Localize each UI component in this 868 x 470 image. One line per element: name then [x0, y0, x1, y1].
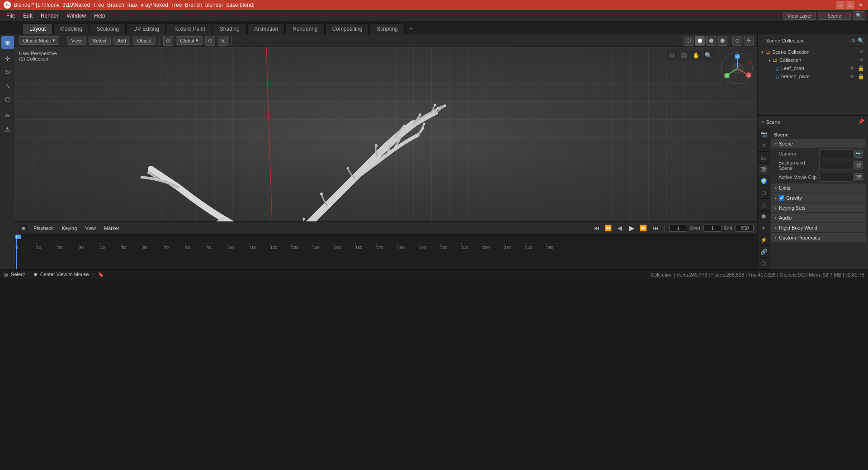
viewport-shading-wire[interactable]: ⬡	[684, 36, 693, 46]
collection-eye[interactable]: 👁	[859, 57, 864, 63]
tool-move[interactable]: ✛	[1, 52, 14, 65]
tab-rendering[interactable]: Rendering	[286, 24, 324, 34]
movie-clip-value[interactable]	[819, 173, 854, 182]
tab-texture-paint[interactable]: Texture Paint	[167, 24, 212, 34]
timeline-view[interactable]: View	[82, 225, 99, 232]
menu-window[interactable]: Window	[63, 12, 90, 20]
props-audio-header[interactable]: ▸ Audio	[771, 213, 866, 222]
timeline-marker[interactable]: Marker	[101, 225, 122, 232]
timeline-track[interactable]: 1 1 10 20 30 40 50	[15, 235, 757, 269]
viewport-shading-render[interactable]: ⬟	[717, 36, 727, 46]
tab-uv-editing[interactable]: UV Editing	[127, 24, 166, 34]
timeline-playback[interactable]: Playback	[31, 225, 57, 232]
view-layer-button[interactable]: View Layer	[783, 12, 816, 20]
play-reverse-button[interactable]: ◀	[615, 224, 624, 233]
snapping-button[interactable]: ⊙	[205, 36, 215, 46]
props-tab-render[interactable]: 📷	[758, 128, 769, 140]
transform-orientation-dropdown[interactable]: Global	[176, 36, 203, 45]
props-rigid-body-header[interactable]: ▸ Rigid Body World	[771, 223, 866, 232]
props-tab-particles[interactable]: ✦	[758, 222, 769, 234]
gravity-checkbox[interactable]	[779, 195, 784, 201]
props-tab-material[interactable]: ⬟	[758, 211, 769, 222]
viewport-gizmos[interactable]: ✛	[744, 36, 754, 46]
timeline-keying[interactable]: Keying	[59, 225, 80, 232]
end-frame-input[interactable]	[736, 225, 754, 232]
timeline-menu-button[interactable]: ≡	[19, 224, 28, 233]
start-frame-input[interactable]	[703, 225, 722, 232]
props-menu-icon[interactable]: ≡	[761, 119, 764, 125]
tool-annotate[interactable]: ✏	[1, 109, 14, 122]
object-menu[interactable]: Object	[133, 37, 156, 45]
navigation-gizmo[interactable]: Z X Y	[721, 52, 753, 84]
props-tab-scene[interactable]: 🎬	[758, 164, 769, 175]
add-menu[interactable]: Add	[113, 37, 131, 45]
jump-start-button[interactable]: ⏮	[592, 224, 601, 233]
viewport-shading-material[interactable]: ⬟	[706, 36, 716, 46]
outliner-item-collection[interactable]: ▾ 🗂 Collection 👁	[758, 56, 868, 64]
props-tab-constraints[interactable]: 🔗	[758, 246, 769, 258]
props-units-header[interactable]: ▸ Units	[771, 183, 866, 193]
add-workspace-button[interactable]: +	[406, 23, 416, 34]
menu-help[interactable]: Help	[90, 12, 109, 20]
leaf-pivot-eye[interactable]: 👁	[849, 65, 855, 71]
scene-button[interactable]: Scene	[818, 12, 851, 20]
tab-layout[interactable]: Layout	[23, 24, 52, 34]
outliner-filter-icon[interactable]: ⚙	[851, 38, 856, 44]
branch-pivot-lock[interactable]: 🔒	[858, 73, 864, 80]
tool-rotate[interactable]: ↻	[1, 66, 14, 79]
tab-compositing[interactable]: Compositing	[326, 24, 369, 34]
close-button[interactable]: ✕	[856, 1, 864, 9]
viewport-tool-4[interactable]: 🔍	[703, 50, 714, 61]
current-frame-input[interactable]	[669, 225, 687, 232]
maximize-button[interactable]: □	[846, 1, 854, 9]
outliner-item-branch-pivot[interactable]: △ branch_pivot 👁 🔒	[758, 72, 868, 80]
tool-transform[interactable]: ⬡	[1, 93, 14, 106]
search-button[interactable]: 🔍	[853, 11, 865, 20]
props-scene-header[interactable]: ▾ Scene	[771, 139, 866, 148]
props-tab-mesh[interactable]: △	[758, 199, 769, 211]
jump-end-button[interactable]: ⏭	[651, 224, 660, 233]
select-menu[interactable]: Select	[89, 37, 111, 45]
window-controls[interactable]: ─ □ ✕	[836, 1, 864, 9]
tab-scripting[interactable]: Scripting	[370, 24, 405, 34]
props-pin-icon[interactable]: 📌	[858, 119, 864, 125]
view-menu[interactable]: View	[67, 37, 86, 45]
next-keyframe-button[interactable]: ⏩	[639, 224, 648, 233]
camera-icon-btn[interactable]: 📷	[854, 150, 863, 158]
tool-cursor[interactable]: ⊕	[1, 36, 14, 49]
tab-animation[interactable]: Animation	[247, 24, 285, 34]
scene-collection-eye[interactable]: 👁	[859, 49, 864, 55]
props-tab-view-layer[interactable]: 🗂	[758, 152, 769, 164]
tool-measure[interactable]: ⚠	[1, 123, 14, 136]
movie-clip-icon-btn[interactable]: 🎬	[854, 173, 863, 181]
transform-pivot-button[interactable]: ⊙	[163, 36, 173, 46]
viewport-overlays[interactable]: ⊙	[732, 36, 742, 46]
bg-scene-value[interactable]	[819, 161, 854, 170]
outliner-menu-icon[interactable]: ≡	[761, 38, 764, 43]
props-gravity-header[interactable]: ▸ Gravity	[771, 193, 866, 202]
viewport-shading-solid[interactable]: ⬟	[695, 36, 705, 46]
branch-pivot-eye[interactable]: 👁	[849, 73, 855, 80]
play-button[interactable]: ▶	[627, 224, 636, 233]
props-tab-object[interactable]: ⬡	[758, 187, 769, 199]
outliner-search-icon[interactable]: 🔍	[858, 38, 864, 44]
3d-viewport[interactable]: User Perspective (1) Collection ⊙ 🎥 ✋ 🔍 …	[15, 47, 757, 221]
outliner-item-leaf-pivot[interactable]: △ Leaf_pivot 👁 🔒	[758, 64, 868, 72]
menu-edit[interactable]: Edit	[19, 12, 36, 20]
props-tab-data[interactable]: ⬡	[758, 258, 769, 269]
outliner-item-scene-collection[interactable]: ▾ 🗂 Scene Collection 👁	[758, 48, 868, 56]
props-tab-world[interactable]: 🌍	[758, 175, 769, 187]
prev-keyframe-button[interactable]: ⏪	[604, 224, 613, 233]
viewport-tool-3[interactable]: ✋	[691, 50, 702, 61]
tool-scale[interactable]: ⤡	[1, 80, 14, 92]
proportional-editing[interactable]: ◎	[218, 36, 228, 46]
props-custom-props-header[interactable]: ▸ Custom Properties	[771, 233, 866, 242]
menu-file[interactable]: File	[3, 12, 19, 20]
bg-scene-icon-btn[interactable]: 🎬	[854, 161, 863, 169]
props-keying-header[interactable]: ▸ Keying Sets	[771, 203, 866, 212]
viewport-tool-1[interactable]: ⊙	[666, 50, 677, 61]
minimize-button[interactable]: ─	[836, 1, 844, 9]
object-mode-dropdown[interactable]: Object Mode	[19, 36, 59, 45]
tab-modeling[interactable]: Modeling	[53, 24, 89, 34]
leaf-pivot-lock[interactable]: 🔒	[858, 65, 864, 71]
